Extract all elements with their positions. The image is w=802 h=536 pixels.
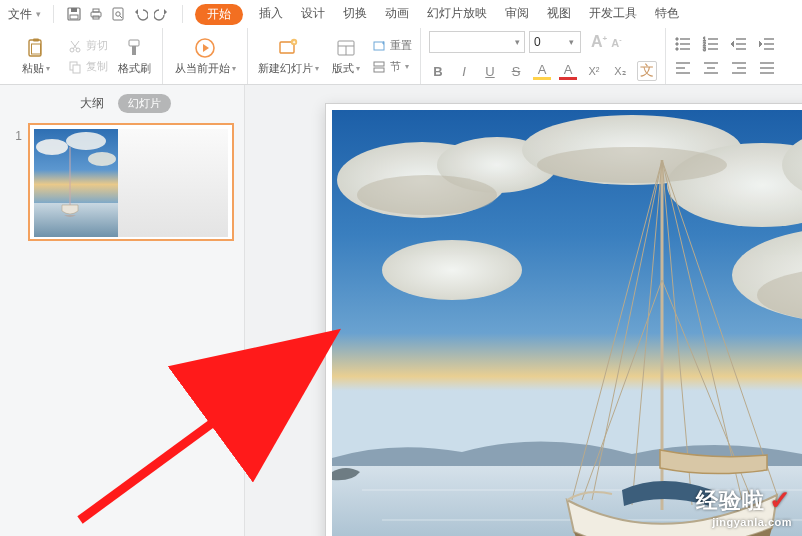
numbering-icon[interactable]: 123 bbox=[702, 35, 720, 53]
section-icon bbox=[372, 60, 386, 74]
svg-point-32 bbox=[676, 43, 678, 45]
chevron-down-icon[interactable]: ▾ bbox=[564, 37, 578, 47]
format-painter-label: 格式刷 bbox=[118, 61, 151, 76]
format-painter-button[interactable]: 格式刷 bbox=[112, 28, 156, 84]
align-left-icon[interactable] bbox=[674, 59, 692, 77]
format-painter-icon bbox=[123, 37, 145, 59]
chevron-down-icon: ▾ bbox=[232, 64, 236, 73]
svg-rect-19 bbox=[132, 46, 136, 55]
layout-label: 版式 bbox=[332, 61, 354, 76]
highlight-button[interactable]: A bbox=[533, 62, 551, 80]
superscript-button[interactable]: X² bbox=[585, 62, 603, 80]
font-size-combo[interactable]: ▾ bbox=[529, 31, 581, 53]
from-current-button[interactable]: 从当前开始▾ bbox=[169, 28, 241, 84]
group-play: 从当前开始▾ bbox=[163, 28, 248, 84]
font-size-input[interactable] bbox=[530, 35, 564, 49]
text-effects-button[interactable]: 文 bbox=[637, 61, 657, 81]
bold-button[interactable]: B bbox=[429, 62, 447, 80]
slide-picture[interactable] bbox=[332, 110, 802, 536]
tab-review[interactable]: 审阅 bbox=[503, 1, 531, 28]
slide-canvas-area[interactable] bbox=[245, 85, 802, 536]
tab-insert[interactable]: 插入 bbox=[257, 1, 285, 28]
svg-point-77 bbox=[537, 147, 727, 183]
svg-rect-4 bbox=[93, 9, 99, 12]
print-icon[interactable] bbox=[88, 6, 104, 22]
tab-special[interactable]: 特色 bbox=[653, 1, 681, 28]
group-font: ▾ ▾ A+ A- B I U S A A X² X₂ bbox=[421, 28, 666, 84]
reset-button[interactable]: 重置 bbox=[370, 37, 414, 54]
align-justify-icon[interactable] bbox=[758, 59, 776, 77]
cut-button[interactable]: 剪切 bbox=[66, 37, 110, 54]
increase-indent-icon[interactable] bbox=[758, 35, 776, 53]
print-preview-icon[interactable] bbox=[110, 6, 126, 22]
undo-icon[interactable] bbox=[132, 6, 148, 22]
svg-rect-2 bbox=[70, 15, 78, 19]
svg-rect-11 bbox=[32, 44, 41, 54]
layout-button[interactable]: 版式▾ bbox=[324, 28, 368, 84]
tab-outline[interactable]: 大纲 bbox=[74, 93, 110, 114]
align-right-icon[interactable] bbox=[730, 59, 748, 77]
svg-point-61 bbox=[36, 139, 68, 155]
increase-font-icon[interactable]: A+ bbox=[591, 33, 607, 51]
section-button[interactable]: 节 ▾ bbox=[370, 58, 414, 75]
paste-label: 粘贴 bbox=[22, 61, 44, 76]
svg-rect-17 bbox=[73, 65, 80, 73]
group-slides: ✦ 新建幻灯片▾ 版式▾ 重置 节 ▾ bbox=[248, 28, 421, 84]
tab-start[interactable]: 开始 bbox=[195, 4, 243, 25]
slide-canvas[interactable] bbox=[325, 103, 802, 536]
svg-rect-29 bbox=[374, 68, 384, 72]
redo-icon[interactable] bbox=[154, 6, 170, 22]
chevron-down-icon: ▾ bbox=[356, 64, 360, 73]
font-name-input[interactable] bbox=[430, 35, 510, 49]
font-name-combo[interactable]: ▾ bbox=[429, 31, 525, 53]
paste-button[interactable]: 粘贴▾ bbox=[8, 28, 64, 84]
decrease-font-icon[interactable]: A- bbox=[611, 36, 621, 49]
reset-icon bbox=[372, 39, 386, 53]
paste-icon bbox=[25, 37, 47, 59]
strikethrough-button[interactable]: S bbox=[507, 62, 525, 80]
new-slide-label: 新建幻灯片 bbox=[258, 61, 313, 76]
tab-transition[interactable]: 切换 bbox=[341, 1, 369, 28]
bullets-icon[interactable] bbox=[674, 35, 692, 53]
svg-text:✦: ✦ bbox=[292, 39, 296, 45]
scissors-icon bbox=[68, 39, 82, 53]
cut-label: 剪切 bbox=[86, 38, 108, 53]
italic-button[interactable]: I bbox=[455, 62, 473, 80]
layout-icon bbox=[335, 37, 357, 59]
file-menu[interactable]: 文件 ▾ bbox=[4, 6, 47, 23]
tab-animation[interactable]: 动画 bbox=[383, 1, 411, 28]
svg-point-75 bbox=[357, 175, 497, 215]
save-icon[interactable] bbox=[66, 6, 82, 22]
copy-icon bbox=[68, 60, 82, 74]
tab-design[interactable]: 设计 bbox=[299, 1, 327, 28]
svg-rect-1 bbox=[71, 8, 77, 12]
chevron-down-icon[interactable]: ▾ bbox=[510, 37, 524, 47]
play-icon bbox=[194, 37, 216, 59]
group-clipboard: 粘贴▾ 剪切 复制 格式刷 bbox=[2, 28, 163, 84]
underline-button[interactable]: U bbox=[481, 62, 499, 80]
separator bbox=[182, 5, 183, 23]
file-menu-caret: ▾ bbox=[36, 9, 41, 19]
tab-slideshow[interactable]: 幻灯片放映 bbox=[425, 1, 489, 28]
slide-thumbnail-1[interactable] bbox=[28, 123, 234, 241]
from-current-label: 从当前开始 bbox=[175, 61, 230, 76]
svg-line-8 bbox=[120, 16, 122, 18]
font-color-button[interactable]: A bbox=[559, 62, 577, 80]
svg-point-72 bbox=[382, 240, 522, 300]
slide-number: 1 bbox=[10, 123, 22, 143]
svg-point-34 bbox=[676, 48, 678, 50]
align-center-icon[interactable] bbox=[702, 59, 720, 77]
subscript-button[interactable]: X₂ bbox=[611, 62, 629, 80]
tab-developer[interactable]: 开发工具 bbox=[587, 1, 639, 28]
svg-point-62 bbox=[66, 132, 106, 150]
copy-button[interactable]: 复制 bbox=[66, 58, 110, 75]
tab-slides-thumb[interactable]: 幻灯片 bbox=[118, 94, 171, 113]
separator bbox=[53, 5, 54, 23]
new-slide-icon: ✦ bbox=[277, 37, 299, 59]
svg-rect-18 bbox=[129, 40, 139, 46]
new-slide-button[interactable]: ✦ 新建幻灯片▾ bbox=[254, 28, 322, 84]
decrease-indent-icon[interactable] bbox=[730, 35, 748, 53]
svg-point-7 bbox=[116, 12, 120, 16]
svg-point-63 bbox=[88, 152, 116, 166]
tab-view[interactable]: 视图 bbox=[545, 1, 573, 28]
